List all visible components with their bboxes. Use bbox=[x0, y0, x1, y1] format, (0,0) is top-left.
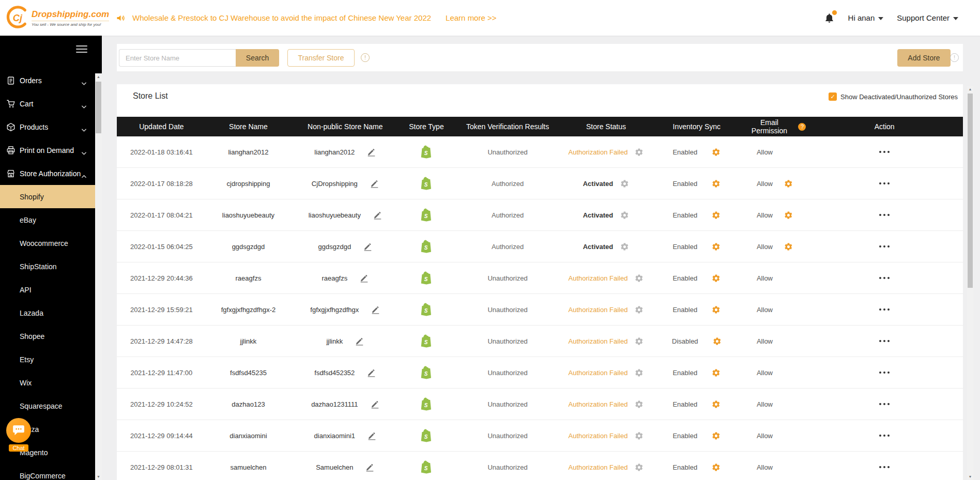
sidebar-item-store-authorization[interactable]: Store Authorization bbox=[0, 162, 95, 185]
sidebar-subitem[interactable]: API bbox=[0, 278, 95, 301]
scroll-down-button[interactable] bbox=[967, 473, 973, 480]
inventory-sync-gear-icon[interactable] bbox=[712, 431, 721, 440]
email-permission-text: Allow bbox=[757, 432, 773, 440]
cell-store-type bbox=[400, 365, 453, 380]
edit-pencil-icon[interactable] bbox=[370, 179, 379, 188]
store-status-gear-icon[interactable] bbox=[620, 211, 629, 220]
scrollbar-thumb[interactable] bbox=[968, 94, 973, 288]
action-menu-button[interactable] bbox=[876, 304, 893, 315]
store-status-gear-icon[interactable] bbox=[635, 368, 644, 377]
email-permission-gear-icon[interactable] bbox=[784, 211, 793, 220]
store-status-gear-icon[interactable] bbox=[635, 463, 644, 472]
sidebar-subitem[interactable]: Etsy bbox=[0, 348, 95, 371]
cell-inventory-sync: Enabled bbox=[650, 368, 743, 377]
inventory-sync-gear-icon[interactable] bbox=[712, 148, 721, 157]
scrollbar-thumb[interactable] bbox=[96, 82, 101, 133]
sidebar-item-print-on-demand[interactable]: Print on Demand bbox=[0, 138, 95, 162]
edit-pencil-icon[interactable] bbox=[360, 274, 369, 283]
notifications-button[interactable] bbox=[824, 12, 835, 24]
nonpublic-store-name: fsdfsd452352 bbox=[314, 369, 355, 377]
store-status-gear-icon[interactable] bbox=[635, 337, 644, 346]
sidebar-subitem[interactable]: Lazada bbox=[0, 301, 95, 324]
edit-pencil-icon[interactable] bbox=[355, 337, 364, 346]
scroll-up-button[interactable] bbox=[967, 86, 973, 92]
email-permission-gear-icon[interactable] bbox=[784, 242, 793, 251]
inventory-sync-gear-icon[interactable] bbox=[712, 400, 721, 409]
show-deactivated-checkbox[interactable] bbox=[829, 92, 837, 101]
store-status-gear-icon[interactable] bbox=[635, 305, 644, 314]
sidebar-subitem[interactable]: Squarespace bbox=[0, 394, 95, 417]
sidebar-collapse-button[interactable] bbox=[76, 45, 87, 54]
sidebar-item-cart[interactable]: Cart bbox=[0, 92, 95, 115]
inventory-sync-gear-icon[interactable] bbox=[712, 305, 721, 314]
learn-more-link[interactable]: Learn more >> bbox=[446, 13, 496, 22]
cell-email-permission: Allow bbox=[744, 242, 806, 251]
action-menu-button[interactable] bbox=[876, 178, 893, 189]
search-button[interactable]: Search bbox=[236, 49, 279, 67]
action-menu-button[interactable] bbox=[876, 210, 893, 220]
inventory-sync-gear-icon[interactable] bbox=[713, 337, 722, 346]
sidebar-subitem[interactable]: eBay bbox=[0, 208, 95, 231]
sidebar-item-products[interactable]: Products bbox=[0, 115, 95, 138]
logo[interactable]: Cj Dropshipping.com You sell - We source… bbox=[0, 5, 110, 31]
user-menu[interactable]: Hi anan bbox=[848, 13, 884, 22]
cell-store-status: Authorization Failed bbox=[562, 148, 650, 157]
action-menu-button[interactable] bbox=[876, 336, 893, 346]
sidebar-subitem[interactable]: Shopify bbox=[0, 185, 95, 208]
edit-pencil-icon[interactable] bbox=[368, 431, 376, 440]
store-status-gear-icon[interactable] bbox=[635, 274, 644, 283]
edit-pencil-icon[interactable] bbox=[371, 305, 380, 314]
transfer-store-button[interactable]: Transfer Store bbox=[287, 49, 355, 67]
store-status-gear-icon[interactable] bbox=[635, 400, 644, 409]
edit-pencil-icon[interactable] bbox=[363, 242, 372, 251]
sidebar-scrollbar[interactable] bbox=[95, 73, 102, 480]
cell-token-verification: Unauthorized bbox=[453, 337, 562, 345]
action-menu-button[interactable] bbox=[876, 430, 893, 441]
email-permission-help-icon[interactable] bbox=[798, 123, 806, 131]
sidebar-subitem[interactable]: ShipStation bbox=[0, 255, 95, 278]
store-status-gear-icon[interactable] bbox=[635, 431, 644, 440]
store-status-gear-icon[interactable] bbox=[635, 148, 644, 157]
chat-widget[interactable]: Chat bbox=[6, 418, 31, 452]
inventory-sync-gear-icon[interactable] bbox=[712, 274, 721, 283]
edit-pencil-icon[interactable] bbox=[371, 400, 379, 409]
sidebar-subitem[interactable]: Shopee bbox=[0, 324, 95, 348]
nonpublic-store-name: liaoshuyuebeauty bbox=[309, 211, 361, 219]
cell-email-permission: Allow bbox=[744, 274, 806, 283]
action-menu-button[interactable] bbox=[876, 273, 893, 283]
edit-pencil-icon[interactable] bbox=[367, 148, 376, 157]
email-permission-gear-icon[interactable] bbox=[784, 179, 793, 188]
store-name-search-input[interactable] bbox=[119, 49, 236, 67]
action-menu-button[interactable] bbox=[876, 147, 893, 157]
transfer-store-info-icon[interactable] bbox=[361, 53, 370, 62]
cell-nonpublic-store-name: raeagfzs bbox=[290, 274, 400, 283]
sidebar-subitem[interactable]: Wix bbox=[0, 371, 95, 394]
inventory-sync-gear-icon[interactable] bbox=[712, 463, 721, 472]
add-store-info-icon[interactable] bbox=[950, 53, 959, 62]
edit-pencil-icon[interactable] bbox=[367, 368, 376, 377]
action-menu-button[interactable] bbox=[876, 399, 893, 409]
inventory-sync-gear-icon[interactable] bbox=[712, 242, 721, 251]
store-status-text: Authorization Failed bbox=[569, 432, 628, 440]
inventory-sync-gear-icon[interactable] bbox=[712, 211, 721, 220]
inventory-sync-gear-icon[interactable] bbox=[712, 179, 721, 188]
sidebar-item-orders[interactable]: Orders bbox=[0, 69, 95, 92]
action-menu-button[interactable] bbox=[876, 367, 893, 378]
scroll-down-button[interactable] bbox=[95, 473, 102, 480]
action-menu-button[interactable] bbox=[876, 462, 893, 472]
main-scrollbar[interactable] bbox=[967, 86, 973, 480]
store-status-gear-icon[interactable] bbox=[620, 179, 629, 188]
scroll-up-button[interactable] bbox=[95, 73, 102, 80]
action-menu-button[interactable] bbox=[876, 241, 893, 252]
cell-action bbox=[806, 304, 962, 315]
edit-pencil-icon[interactable] bbox=[365, 463, 374, 472]
add-store-button[interactable]: Add Store bbox=[897, 49, 951, 67]
cell-store-type bbox=[400, 460, 453, 474]
sidebar-subitem[interactable]: Woocommerce bbox=[0, 231, 95, 255]
sidebar-subitem[interactable]: BigCommerce bbox=[0, 464, 95, 480]
edit-pencil-icon[interactable] bbox=[373, 211, 382, 220]
inventory-sync-gear-icon[interactable] bbox=[712, 368, 721, 377]
store-status-gear-icon[interactable] bbox=[620, 242, 629, 251]
cell-updated-date: 2022-01-17 08:04:21 bbox=[117, 211, 206, 219]
support-center-menu[interactable]: Support Center bbox=[897, 13, 958, 22]
